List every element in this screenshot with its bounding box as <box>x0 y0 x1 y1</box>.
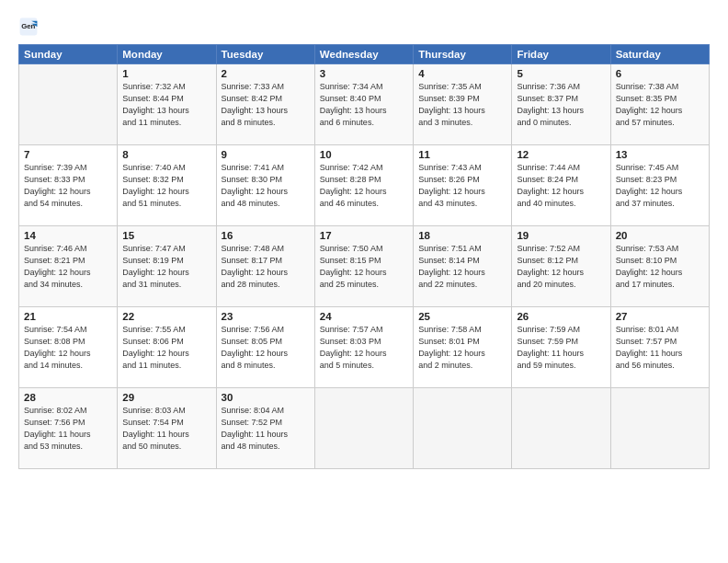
calendar-cell: 29Sunrise: 8:03 AM Sunset: 7:54 PM Dayli… <box>118 388 216 469</box>
cell-info: Sunrise: 8:01 AM Sunset: 7:57 PM Dayligh… <box>616 324 704 372</box>
day-number: 20 <box>616 230 704 241</box>
day-number: 16 <box>222 230 310 241</box>
cell-info: Sunrise: 7:38 AM Sunset: 8:35 PM Dayligh… <box>616 81 704 129</box>
day-number: 12 <box>517 149 605 160</box>
day-number: 14 <box>24 230 112 241</box>
cell-info: Sunrise: 7:34 AM Sunset: 8:40 PM Dayligh… <box>320 81 408 129</box>
cell-info: Sunrise: 7:32 AM Sunset: 8:44 PM Dayligh… <box>122 81 210 129</box>
calendar: SundayMondayTuesdayWednesdayThursdayFrid… <box>18 44 710 469</box>
calendar-cell: 21Sunrise: 7:54 AM Sunset: 8:08 PM Dayli… <box>19 307 118 388</box>
day-number: 2 <box>222 68 310 79</box>
day-number: 10 <box>320 149 408 160</box>
day-number: 30 <box>222 392 310 403</box>
weekday-header-monday: Monday <box>118 45 216 64</box>
calendar-cell: 6Sunrise: 7:38 AM Sunset: 8:35 PM Daylig… <box>610 64 709 145</box>
calendar-cell: 20Sunrise: 7:53 AM Sunset: 8:10 PM Dayli… <box>610 226 709 307</box>
cell-info: Sunrise: 7:42 AM Sunset: 8:28 PM Dayligh… <box>320 162 408 210</box>
calendar-cell: 14Sunrise: 7:46 AM Sunset: 8:21 PM Dayli… <box>19 226 118 307</box>
calendar-cell <box>19 64 118 145</box>
cell-info: Sunrise: 7:53 AM Sunset: 8:10 PM Dayligh… <box>616 243 704 291</box>
calendar-cell: 12Sunrise: 7:44 AM Sunset: 8:24 PM Dayli… <box>512 145 610 226</box>
calendar-cell: 28Sunrise: 8:02 AM Sunset: 7:56 PM Dayli… <box>19 388 118 469</box>
cell-info: Sunrise: 7:45 AM Sunset: 8:23 PM Dayligh… <box>616 162 704 210</box>
calendar-cell <box>512 388 610 469</box>
cell-info: Sunrise: 7:55 AM Sunset: 8:06 PM Dayligh… <box>122 324 210 372</box>
calendar-cell: 26Sunrise: 7:59 AM Sunset: 7:59 PM Dayli… <box>512 307 610 388</box>
calendar-cell: 11Sunrise: 7:43 AM Sunset: 8:26 PM Dayli… <box>414 145 512 226</box>
weekday-header-tuesday: Tuesday <box>216 45 314 64</box>
calendar-cell: 30Sunrise: 8:04 AM Sunset: 7:52 PM Dayli… <box>216 388 314 469</box>
day-number: 6 <box>616 68 704 79</box>
day-number: 28 <box>24 392 112 403</box>
day-number: 15 <box>122 230 210 241</box>
cell-info: Sunrise: 7:52 AM Sunset: 8:12 PM Dayligh… <box>517 243 605 291</box>
calendar-cell: 10Sunrise: 7:42 AM Sunset: 8:28 PM Dayli… <box>314 145 413 226</box>
calendar-cell: 15Sunrise: 7:47 AM Sunset: 8:19 PM Dayli… <box>118 226 216 307</box>
cell-info: Sunrise: 7:36 AM Sunset: 8:37 PM Dayligh… <box>517 81 605 129</box>
svg-text:Gen: Gen <box>21 22 35 30</box>
weekday-header-sunday: Sunday <box>19 45 118 64</box>
cell-info: Sunrise: 7:39 AM Sunset: 8:33 PM Dayligh… <box>24 162 112 210</box>
calendar-cell: 5Sunrise: 7:36 AM Sunset: 8:37 PM Daylig… <box>512 64 610 145</box>
day-number: 29 <box>122 392 210 403</box>
day-number: 7 <box>24 149 112 160</box>
day-number: 18 <box>418 230 506 241</box>
cell-info: Sunrise: 7:44 AM Sunset: 8:24 PM Dayligh… <box>517 162 605 210</box>
calendar-cell: 27Sunrise: 8:01 AM Sunset: 7:57 PM Dayli… <box>610 307 709 388</box>
calendar-cell: 17Sunrise: 7:50 AM Sunset: 8:15 PM Dayli… <box>314 226 413 307</box>
cell-info: Sunrise: 7:46 AM Sunset: 8:21 PM Dayligh… <box>24 243 112 291</box>
day-number: 22 <box>122 311 210 322</box>
calendar-cell: 8Sunrise: 7:40 AM Sunset: 8:32 PM Daylig… <box>118 145 216 226</box>
weekday-header-saturday: Saturday <box>610 45 709 64</box>
day-number: 1 <box>122 68 210 79</box>
cell-info: Sunrise: 7:35 AM Sunset: 8:39 PM Dayligh… <box>418 81 506 129</box>
cell-info: Sunrise: 8:04 AM Sunset: 7:52 PM Dayligh… <box>222 405 310 453</box>
cell-info: Sunrise: 7:58 AM Sunset: 8:01 PM Dayligh… <box>418 324 506 372</box>
day-number: 17 <box>320 230 408 241</box>
calendar-cell: 2Sunrise: 7:33 AM Sunset: 8:42 PM Daylig… <box>216 64 314 145</box>
cell-info: Sunrise: 7:43 AM Sunset: 8:26 PM Dayligh… <box>418 162 506 210</box>
day-number: 26 <box>517 311 605 322</box>
day-number: 11 <box>418 149 506 160</box>
calendar-cell: 23Sunrise: 7:56 AM Sunset: 8:05 PM Dayli… <box>216 307 314 388</box>
day-number: 21 <box>24 311 112 322</box>
cell-info: Sunrise: 7:57 AM Sunset: 8:03 PM Dayligh… <box>320 324 408 372</box>
cell-info: Sunrise: 7:40 AM Sunset: 8:32 PM Dayligh… <box>122 162 210 210</box>
day-number: 27 <box>616 311 704 322</box>
cell-info: Sunrise: 7:56 AM Sunset: 8:05 PM Dayligh… <box>222 324 310 372</box>
cell-info: Sunrise: 7:48 AM Sunset: 8:17 PM Dayligh… <box>222 243 310 291</box>
calendar-cell: 13Sunrise: 7:45 AM Sunset: 8:23 PM Dayli… <box>610 145 709 226</box>
cell-info: Sunrise: 7:54 AM Sunset: 8:08 PM Dayligh… <box>24 324 112 372</box>
calendar-cell: 7Sunrise: 7:39 AM Sunset: 8:33 PM Daylig… <box>19 145 118 226</box>
calendar-cell: 19Sunrise: 7:52 AM Sunset: 8:12 PM Dayli… <box>512 226 610 307</box>
weekday-header-thursday: Thursday <box>414 45 512 64</box>
day-number: 9 <box>222 149 310 160</box>
calendar-cell: 22Sunrise: 7:55 AM Sunset: 8:06 PM Dayli… <box>118 307 216 388</box>
logo: Gen <box>18 17 40 39</box>
calendar-cell: 9Sunrise: 7:41 AM Sunset: 8:30 PM Daylig… <box>216 145 314 226</box>
calendar-cell: 18Sunrise: 7:51 AM Sunset: 8:14 PM Dayli… <box>414 226 512 307</box>
day-number: 23 <box>222 311 310 322</box>
day-number: 24 <box>320 311 408 322</box>
calendar-cell: 16Sunrise: 7:48 AM Sunset: 8:17 PM Dayli… <box>216 226 314 307</box>
weekday-header-wednesday: Wednesday <box>314 45 413 64</box>
calendar-cell: 25Sunrise: 7:58 AM Sunset: 8:01 PM Dayli… <box>414 307 512 388</box>
calendar-cell: 3Sunrise: 7:34 AM Sunset: 8:40 PM Daylig… <box>314 64 413 145</box>
calendar-cell <box>314 388 413 469</box>
day-number: 4 <box>418 68 506 79</box>
day-number: 19 <box>517 230 605 241</box>
calendar-cell: 1Sunrise: 7:32 AM Sunset: 8:44 PM Daylig… <box>118 64 216 145</box>
day-number: 5 <box>517 68 605 79</box>
weekday-header-friday: Friday <box>512 45 610 64</box>
day-number: 8 <box>122 149 210 160</box>
calendar-cell: 24Sunrise: 7:57 AM Sunset: 8:03 PM Dayli… <box>314 307 413 388</box>
day-number: 13 <box>616 149 704 160</box>
cell-info: Sunrise: 7:33 AM Sunset: 8:42 PM Dayligh… <box>222 81 310 129</box>
cell-info: Sunrise: 7:51 AM Sunset: 8:14 PM Dayligh… <box>418 243 506 291</box>
day-number: 25 <box>418 311 506 322</box>
cell-info: Sunrise: 7:50 AM Sunset: 8:15 PM Dayligh… <box>320 243 408 291</box>
cell-info: Sunrise: 7:59 AM Sunset: 7:59 PM Dayligh… <box>517 324 605 372</box>
cell-info: Sunrise: 7:47 AM Sunset: 8:19 PM Dayligh… <box>122 243 210 291</box>
calendar-cell <box>414 388 512 469</box>
calendar-cell: 4Sunrise: 7:35 AM Sunset: 8:39 PM Daylig… <box>414 64 512 145</box>
